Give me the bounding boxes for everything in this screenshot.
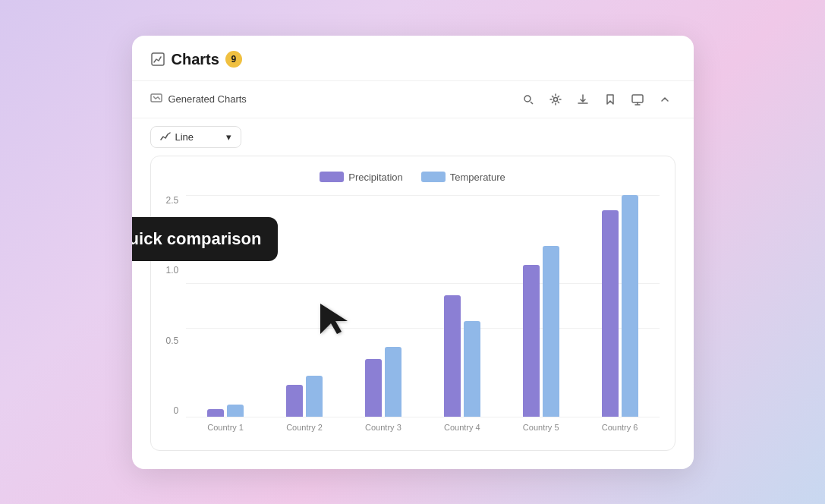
generated-charts-label: Generated Charts <box>168 93 247 105</box>
bar-precipitation-3 <box>365 359 382 417</box>
bar-precipitation-2 <box>286 385 303 417</box>
chart-icon <box>150 52 165 67</box>
bar-temperature-5 <box>543 246 559 417</box>
bookmark-button[interactable] <box>600 89 621 110</box>
bar-temperature-1 <box>227 405 244 417</box>
chart-controls: Line ▾ <box>132 118 694 156</box>
bar-precipitation-4 <box>444 295 461 417</box>
bar-group-country4 <box>423 295 502 417</box>
temperature-swatch <box>421 172 446 182</box>
svg-point-3 <box>553 97 557 101</box>
svg-rect-4 <box>632 95 643 102</box>
card-header: Charts 9 <box>132 36 694 81</box>
page-title: Charts <box>172 51 219 68</box>
toolbar-icon <box>150 92 162 107</box>
x-label-country2: Country 2 <box>265 423 344 432</box>
collapse-button[interactable] <box>654 89 675 110</box>
chart-inner: Country 1 Country 2 Country 3 Country 4 … <box>186 195 659 438</box>
legend-precipitation: Precipitation <box>320 172 403 183</box>
bar-temperature-6 <box>622 195 638 417</box>
chart-area: Precipitation Temperature 2.5 1.0 0.5 0 <box>150 156 675 451</box>
bar-group-country2 <box>265 376 344 417</box>
svg-marker-5 <box>320 304 348 334</box>
bar-precipitation-1 <box>207 409 224 417</box>
x-label-country4: Country 4 <box>423 423 502 432</box>
bar-temperature-2 <box>306 376 323 417</box>
y-axis: 2.5 1.0 0.5 0 <box>166 195 187 438</box>
download-button[interactable] <box>572 89 594 110</box>
y-label-0_5: 0.5 <box>166 335 179 346</box>
bar-precipitation-6 <box>602 210 619 417</box>
charts-badge: 9 <box>225 51 242 68</box>
line-chart-icon <box>160 131 171 142</box>
bar-precipitation-5 <box>523 265 540 417</box>
bar-group-country6 <box>581 195 660 417</box>
bars-container <box>186 195 659 417</box>
grid-line-4 <box>186 417 659 417</box>
legend-temperature: Temperature <box>421 172 505 183</box>
chart-body: 2.5 1.0 0.5 0 <box>166 195 660 438</box>
toolbar-actions <box>518 89 675 110</box>
x-label-country1: Country 1 <box>186 423 265 432</box>
chart-type-label: Line <box>175 131 194 143</box>
bar-temperature-4 <box>464 321 480 417</box>
settings-button[interactable] <box>545 89 566 110</box>
x-label-country6: Country 6 <box>581 423 660 432</box>
toolbar: Generated Charts <box>132 81 694 118</box>
y-label-1_0: 1.0 <box>166 265 179 276</box>
precipitation-swatch <box>320 172 344 182</box>
precipitation-label: Precipitation <box>348 172 403 183</box>
y-label-2_5: 2.5 <box>166 195 179 206</box>
y-label-0: 0 <box>174 405 179 416</box>
main-card: Charts 9 Generated Charts <box>132 36 694 469</box>
chart-type-selector[interactable]: Line ▾ <box>150 126 241 148</box>
bar-temperature-3 <box>385 347 401 417</box>
x-labels: Country 1 Country 2 Country 3 Country 4 … <box>186 423 659 432</box>
bar-group-country3 <box>344 347 423 417</box>
svg-point-2 <box>524 96 531 102</box>
svg-rect-0 <box>152 53 164 65</box>
dropdown-chevron-icon: ▾ <box>226 131 231 143</box>
x-label-country5: Country 5 <box>502 423 581 432</box>
search-button[interactable] <box>518 89 539 110</box>
chart-legend: Precipitation Temperature <box>166 172 660 183</box>
temperature-label: Temperature <box>450 172 505 183</box>
bar-group-country1 <box>186 405 265 417</box>
bar-group-country5 <box>502 246 581 417</box>
x-label-country3: Country 3 <box>344 423 423 432</box>
monitor-button[interactable] <box>627 89 648 110</box>
